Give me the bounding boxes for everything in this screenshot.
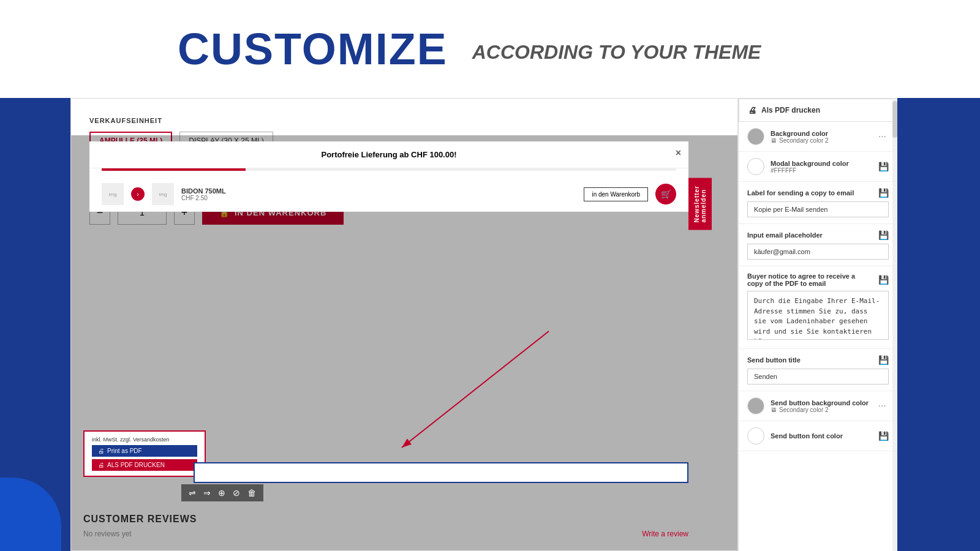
reviews-row: No reviews yet Write a review: [83, 530, 688, 538]
modal-item: img › img BIDON 750ML CHF 2.50 in den Wa…: [89, 177, 688, 212]
no-reviews-text: No reviews yet: [83, 530, 132, 538]
buyer-notice-row: Buyer notice to agree to receive a copy …: [747, 272, 889, 287]
buyer-notice-label: Buyer notice to agree to receive a copy …: [747, 272, 872, 287]
reviews-section: CUSTOMER REVIEWS No reviews yet Write a …: [83, 514, 688, 538]
pdf-label: inkl. MwSt. zzgl. Versandkosten: [92, 437, 197, 443]
email-placeholder-item: Input email placeholder 💾: [739, 224, 897, 266]
blue-border-input[interactable]: [194, 462, 688, 483]
pdf-box: inkl. MwSt. zzgl. Versandkosten 🖨 Print …: [83, 430, 206, 477]
modal-progress-bar: [102, 168, 676, 171]
monitor-icon-2: 🖥: [771, 407, 777, 413]
send-btn-font-save-icon[interactable]: 💾: [878, 431, 889, 441]
edit-tool-3[interactable]: ⊕: [218, 488, 225, 498]
als-pdf-btn[interactable]: 🖨 ALS PDF DRUCKEN: [92, 459, 197, 471]
modal-item-name: BIDON 750ML: [181, 187, 576, 195]
email-placeholder-label: Input email placeholder: [747, 231, 872, 239]
modal-close-btn[interactable]: ×: [676, 148, 681, 159]
main-content: VERKAUFSEINHEIT AMPULLE (25 ML) DISPLAY …: [70, 98, 897, 551]
email-placeholder-save-icon[interactable]: 💾: [878, 230, 889, 240]
send-btn-title-item: Send button title 💾: [739, 349, 897, 391]
background-color-label: Background color: [771, 130, 870, 137]
label-copy-save-icon[interactable]: 💾: [878, 188, 889, 198]
modal-bg-circle[interactable]: [747, 158, 764, 175]
background-color-sub: 🖥 Secondary color 2: [771, 137, 870, 144]
edit-tool-2[interactable]: ⇒: [203, 488, 211, 498]
modal-box: Portofreie Lieferung ab CHF 100.00! × im…: [89, 141, 688, 212]
buyer-notice-textarea[interactable]: Durch die Eingabe Ihrer E-Mail-Adresse s…: [747, 291, 889, 340]
edit-tool-4[interactable]: ⊘: [233, 488, 240, 498]
verkauf-label: VERKAUFSEINHEIT: [89, 117, 719, 124]
send-btn-bg-row: Send button background color 🖥 Secondary…: [747, 397, 889, 414]
newsletter-sidebar[interactable]: Newsletter anmelden: [688, 178, 712, 230]
settings-panel: 🖨 Als PDF drucken Background color 🖥 Sec…: [738, 98, 897, 551]
als-pdf-drucken-btn[interactable]: 🖨 Als PDF drucken: [739, 99, 897, 122]
modal-header: Portofreie Lieferung ab CHF 100.00! ×: [89, 141, 688, 168]
send-btn-bg-label: Send button background color: [771, 399, 870, 407]
edit-tool-1[interactable]: ⇌: [189, 488, 196, 498]
page-title: CUSTOMIZE: [178, 24, 448, 74]
send-btn-title-label: Send button title: [747, 356, 872, 364]
send-btn-bg-sub: 🖥 Secondary color 2: [771, 407, 870, 413]
send-btn-font-item: Send button font color 💾: [739, 421, 897, 451]
delivery-text: Portofreie Lieferung ab CHF 100.00!: [321, 150, 456, 159]
modal-item-image2: img: [152, 183, 174, 205]
label-copy-label: Label for sending a copy to email: [747, 189, 872, 197]
send-btn-title-row: Send button title 💾: [747, 355, 889, 365]
print-label: Print as PDF: [107, 448, 142, 454]
monitor-icon: 🖥: [771, 137, 777, 144]
modal-item-image: img: [102, 183, 124, 205]
send-btn-font-row: Send button font color 💾: [747, 427, 889, 444]
modal-bg-value: #FFFFFF: [771, 167, 872, 174]
send-btn-bg-dots[interactable]: ···: [876, 399, 889, 413]
pdf-section: inkl. MwSt. zzgl. Versandkosten 🖨 Print …: [83, 430, 206, 477]
modal-cart-btn[interactable]: in den Warenkorb: [584, 187, 648, 201]
modal-bg-label: Modal background color: [771, 160, 872, 167]
als-pdf-label: ALS PDF DRUCKEN: [107, 462, 165, 468]
email-placeholder-row: Input email placeholder 💾: [747, 230, 889, 240]
background-color-row: Background color 🖥 Secondary color 2 ···: [747, 128, 889, 145]
background-color-dots[interactable]: ···: [876, 130, 889, 143]
modal-bg-color-item: Modal background color #FFFFFF 💾: [739, 152, 897, 182]
write-review-link[interactable]: Write a review: [642, 530, 688, 538]
edit-tool-delete[interactable]: 🗑: [247, 488, 256, 498]
printer-icon: 🖨: [748, 105, 756, 115]
buyer-notice-save-icon[interactable]: 💾: [878, 275, 889, 285]
label-copy-input[interactable]: [747, 201, 889, 217]
background-color-circle[interactable]: [747, 128, 764, 145]
buyer-notice-item: Buyer notice to agree to receive a copy …: [739, 266, 897, 349]
reviews-title: CUSTOMER REVIEWS: [83, 514, 688, 525]
background-color-item: Background color 🖥 Secondary color 2 ···: [739, 122, 897, 152]
cart-circle-icon: 🛒: [655, 184, 676, 204]
modal-progress-fill: [102, 168, 246, 171]
modal-item-price: CHF 2.50: [181, 195, 576, 201]
chevron-right-icon: ›: [131, 187, 145, 201]
send-btn-bg-item: Send button background color 🖥 Secondary…: [739, 391, 897, 421]
modal-bg-save-icon[interactable]: 💾: [878, 162, 889, 171]
send-btn-font-label: Send button font color: [771, 432, 872, 440]
pdf-icon: 🖨: [98, 462, 104, 468]
send-btn-bg-circle[interactable]: [747, 397, 764, 414]
label-copy-row: Label for sending a copy to email 💾: [747, 188, 889, 198]
header: CUSTOMIZE ACCORDING TO YOUR THEME: [0, 0, 980, 98]
product-panel: VERKAUFSEINHEIT AMPULLE (25 ML) DISPLAY …: [70, 98, 738, 551]
page-subtitle: ACCORDING TO YOUR THEME: [472, 41, 761, 64]
modal-item-info: BIDON 750ML CHF 2.50: [181, 187, 576, 201]
send-btn-font-circle[interactable]: [747, 427, 764, 444]
modal-overlay: Portofreie Lieferung ab CHF 100.00! × im…: [71, 135, 737, 550]
send-btn-title-input[interactable]: [747, 369, 889, 384]
label-copy-item: Label for sending a copy to email 💾: [739, 182, 897, 224]
send-btn-title-save-icon[interactable]: 💾: [878, 355, 889, 365]
modal-bg-color-row: Modal background color #FFFFFF 💾: [747, 158, 889, 175]
print-as-pdf-btn[interactable]: 🖨 Print as PDF: [92, 445, 197, 457]
email-placeholder-input[interactable]: [747, 244, 889, 260]
print-icon: 🖨: [98, 448, 104, 454]
edit-toolbar: ⇌ ⇒ ⊕ ⊘ 🗑: [181, 484, 263, 501]
als-pdf-drucken-label: Als PDF drucken: [761, 106, 820, 114]
